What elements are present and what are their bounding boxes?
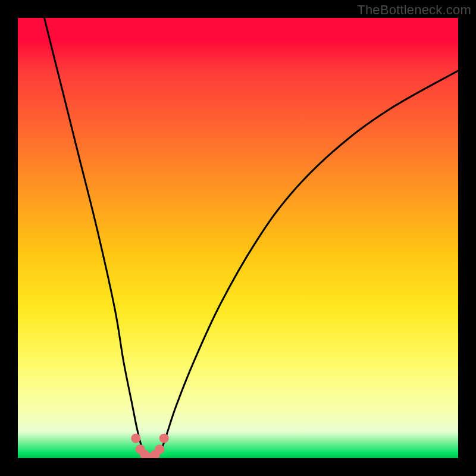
bottleneck-curve [44, 18, 458, 458]
trough-marker [159, 434, 169, 443]
curve-svg [18, 18, 458, 458]
watermark-text: TheBottleneck.com [357, 2, 471, 18]
chart-frame: TheBottleneck.com [0, 0, 476, 476]
plot-area [18, 18, 458, 458]
trough-marker [131, 434, 140, 443]
trough-marker [155, 444, 164, 454]
